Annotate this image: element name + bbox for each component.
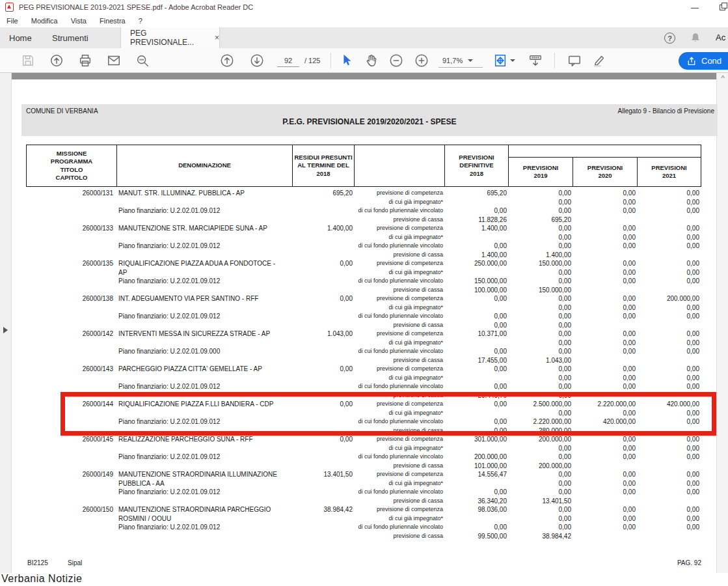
amount-2019: 1.400,00 (509, 251, 573, 259)
residui-value: 13.401,50 (293, 470, 355, 479)
zoom-in-icon[interactable] (414, 53, 429, 68)
sub-label-cassa: previsione di cassa (355, 462, 445, 470)
scroll-mode-icon[interactable] (528, 53, 543, 68)
amount-2019: 200.000,00 (509, 435, 573, 443)
document-header-band: COMUNE DI VERBANIA Allegato 9 - Bilancio… (21, 104, 718, 136)
bell-icon[interactable] (690, 32, 701, 46)
table-line: 26000/150MANUTENZIONE STRAORDINARIA PARC… (26, 505, 701, 514)
scrollbar-up-icon[interactable]: ^ (717, 74, 728, 82)
amount-2019: 0,00 (509, 198, 573, 206)
capitolo-code: 26000/135 (26, 259, 117, 268)
table-header: MISSIONE PROGRAMMA TITOLO CAPITOLO DENOM… (26, 145, 701, 187)
residui-value: 0,00 (293, 435, 355, 443)
search-icon[interactable] (135, 53, 150, 68)
table-line: 26000/133MANUTENZIONE STR. MARCIAPIEDE S… (26, 224, 701, 233)
capitolo-code: 26000/150 (26, 505, 117, 514)
amount-2019: 0,00 (509, 321, 573, 329)
comune-label: COMUNE DI VERBANIA (26, 107, 98, 115)
amount-2021: 0,00 (638, 189, 701, 197)
help-icon[interactable]: ? (664, 33, 675, 44)
amount-2020: 0,00 (573, 505, 638, 514)
hand-tool-icon[interactable] (364, 53, 379, 68)
table-body: 26000/131MANUT. STR. ILLUMINAZ. PUBBLICA… (26, 189, 701, 540)
amount-2020: 0,00 (573, 523, 638, 531)
sub-label-fondo: di cui fondo pluriennale vincolato (355, 277, 445, 285)
amount-2020: 0,00 (573, 479, 638, 488)
next-page-icon[interactable] (250, 53, 264, 68)
menu-file[interactable]: File (0, 17, 25, 25)
previous-page-icon[interactable] (220, 53, 234, 68)
menu-finestra[interactable]: Finestra (93, 17, 132, 25)
table-line: previsione di cassa100.000,00150.000,00 (26, 286, 701, 295)
amount-2019: 0,00 (509, 224, 573, 232)
highlighter-icon[interactable] (592, 53, 606, 68)
amount-2020: 0,00 (573, 435, 638, 443)
amount-2021: 0,00 (638, 374, 701, 382)
account-label[interactable]: Ac (716, 33, 725, 42)
col-header-spacer (355, 145, 445, 187)
save-icon[interactable] (21, 53, 35, 68)
vertical-scrollbar[interactable]: ^ (716, 73, 728, 573)
table-line: Piano finanziario: U.2.02.01.09.012di cu… (26, 242, 701, 251)
amount-2019: 0,00 (509, 365, 573, 373)
sub-label-fondo: di cui fondo pluriennale vincolato (355, 206, 445, 215)
residui-value: 0,00 (293, 365, 355, 373)
table-line: Piano finanziario: U.2.02.01.09.012di cu… (26, 523, 701, 532)
amount-def2018: 14.556,47 (445, 470, 509, 479)
comment-icon[interactable] (567, 53, 582, 68)
amount-2020: 0,00 (573, 312, 638, 320)
amount-2020: 0,00 (573, 242, 638, 250)
fit-page-chevron-icon[interactable] (510, 59, 515, 62)
amount-def2018: 200.000,00 (445, 453, 509, 461)
tab-home[interactable]: Home (9, 27, 32, 48)
sub-label-fondo: di cui fondo pluriennale vincolato (355, 347, 445, 356)
tab-document[interactable]: PEG PREVISIONALE... × (120, 27, 220, 48)
minimize-button[interactable] (691, 8, 699, 8)
panel-toggle-icon[interactable] (3, 327, 8, 333)
menu-help[interactable]: ? (132, 17, 149, 25)
share-button[interactable]: Cond (679, 52, 728, 70)
page-number-input[interactable]: 92 (277, 54, 299, 67)
amount-2019: 200.000,00 (509, 462, 573, 470)
email-icon[interactable] (107, 53, 121, 68)
amount-2019: 0,00 (509, 242, 573, 250)
menu-vista[interactable]: Vista (64, 17, 93, 25)
amount-2019: 0,00 (509, 347, 573, 356)
sub-label-competenza: previsione di competenza (355, 189, 445, 197)
amount-2021: 0,00 (638, 198, 701, 206)
amount-2019: 0,00 (509, 312, 573, 320)
capitolo-code: 26000/149 (26, 470, 117, 479)
fit-page-icon[interactable] (493, 53, 507, 68)
amount-2020: 0,00 (573, 259, 638, 268)
tab-close-icon[interactable]: × (215, 33, 219, 42)
col-header-2019: PREVISIONI 2019 (509, 158, 573, 187)
amount-2021: 0,00 (638, 488, 701, 496)
table-line: Piano finanziario: U.2.02.01.09.012di cu… (26, 312, 701, 321)
residui-value: 0,00 (293, 259, 355, 268)
residui-value: 1.043,00 (293, 329, 355, 338)
table-line: 26000/131MANUT. STR. ILLUMINAZ. PUBBLICA… (26, 189, 701, 198)
capitolo-row-26000-149: 26000/149MANUTENZIONE STRAORDINARIA ILLU… (26, 470, 701, 505)
denominazione: PARCHEGGIO PIAZZA CITTA' GEMELLATE - AP (117, 365, 293, 373)
sub-label-fondo: di cui fondo pluriennale vincolato (355, 382, 445, 391)
sub-label-impegnato: di cui già impegnato* (355, 303, 445, 312)
menu-modifica[interactable]: Modifica (25, 17, 64, 25)
zoom-out-icon[interactable] (389, 53, 403, 68)
amount-2020: 0,00 (573, 277, 638, 285)
zoom-level-control[interactable]: 91,7% (438, 53, 483, 68)
select-tool-icon[interactable] (340, 53, 354, 68)
amount-def2018: 0,00 (445, 382, 509, 391)
sub-label-competenza: previsione di competenza (355, 329, 445, 338)
piano-finanziario: Piano finanziario: U.2.02.01.09.012 (117, 206, 293, 215)
capitolo-row-26000-133: 26000/133MANUTENZIONE STR. MARCIAPIEDE S… (26, 224, 701, 259)
table-line: previsione di cassa101.000,00200.000,00 (26, 462, 701, 471)
table-line: PUBBLICA - AAdi cui già impegnato*0,000,… (26, 479, 701, 488)
denominazione: MANUT. STR. ILLUMINAZ. PUBBLICA - AP (117, 189, 293, 197)
residui-value: 38.984,42 (293, 505, 355, 514)
col-header-missione: MISSIONE PROGRAMMA TITOLO CAPITOLO (26, 145, 117, 187)
print-icon[interactable] (78, 53, 92, 68)
tab-strumenti[interactable]: Strumenti (52, 27, 88, 48)
table-line: 26000/149MANUTENZIONE STRAORDINARIA ILLU… (26, 470, 701, 479)
cloud-upload-icon[interactable] (49, 53, 64, 68)
sub-label-fondo: di cui fondo pluriennale vincolato (355, 523, 445, 531)
